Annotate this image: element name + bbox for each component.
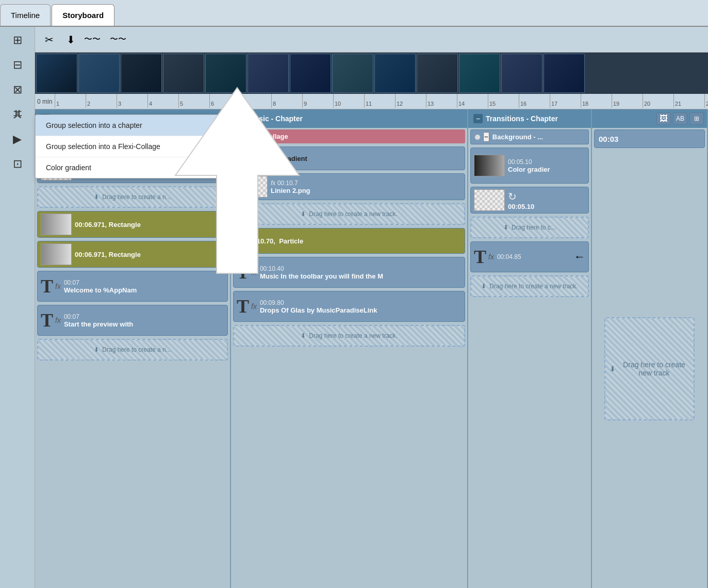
tab-timeline[interactable]: Timeline [0,4,51,26]
ruler-mark-3: 3 [117,94,147,108]
drag-label-trans-1: Drag here to c... [512,224,556,231]
storyboard-thumb-5[interactable] [205,54,246,93]
main-area: ✂ ⬇ 〜〜 〜〜 [35,27,708,588]
track-transitions-img[interactable]: ↻ 00:05.10 [470,187,589,214]
t-icon-music1: T [237,262,249,283]
sidebar-icon-grid[interactable]: ⊞ [6,29,29,52]
storyboard-thumb-8[interactable] [332,54,373,93]
track-transitions-img-fx: ↻ [508,190,585,203]
ruler-mark-17: 17 [550,94,581,108]
storyboard-thumb-9[interactable] [374,54,416,93]
chapter-music-collapse[interactable]: − [236,114,245,123]
ruler-mark-1: 1 [55,94,86,108]
ruler-mark-22: 22 [704,94,708,108]
context-menu-item-flexi[interactable]: Group selection into a Flexi-Collage [36,136,220,157]
context-menu-item-color[interactable]: Color gradient [36,157,220,178]
sidebar-icon-bottom-grid[interactable]: ⊡ [6,153,29,175]
down-arrow-icon[interactable]: ⬇ [61,30,80,50]
track-text-welcome1[interactable]: T fx 00:07 Welcome to %AppNam [37,271,228,302]
storyboard-thumb-11[interactable] [459,54,500,93]
track-linien2-info: fx 00:10.7 Linien 2.png [271,179,462,194]
t-icon-music2: T [237,296,249,317]
chapter-transitions-header: − Transitions - Chapter [468,109,591,128]
timeline-ruler: 0 min 1 2 3 4 5 6 7 8 9 10 11 12 13 14 1… [35,94,708,109]
storyboard-thumb-12[interactable] [501,54,542,93]
track-linien2-fx-time: fx 00:10.7 [271,179,462,187]
track-text-welcome2[interactable]: T fx 00:07 Start the preview with [37,305,228,336]
ruler-mark-19: 19 [612,94,643,108]
context-menu-item-flexi-label: Group selection into a Flexi-Collage [46,142,160,151]
ruler-mark-6: 6 [209,94,240,108]
sidebar-icon-minus-grid[interactable]: ⊟ [6,54,29,76]
drag-label-trans-2: Drag here to create a new track. [489,283,578,290]
ruler-mark-20: 20 [643,94,673,108]
storyboard-thumb-6[interactable] [248,54,289,93]
extra-header: 🖼 AB ⊞ [592,109,707,128]
drag-placeholder-music-2[interactable]: ⬇ Drag here to create a new track. [233,325,465,347]
extra-time-label: 00:03 [594,129,705,148]
flexi-collage-collapse[interactable]: − [237,132,243,141]
track-text-music1[interactable]: T fx 00:10.40 Music In the toolbar you w… [233,257,465,288]
track-text-welcome2-time: 00:07 [64,313,224,320]
fx-icon-music1: fx [251,268,257,276]
chapters-area: − Welcome - Chapter Color gradient fx 00… [35,109,708,588]
extra-icon-ab[interactable]: AB [673,112,687,125]
drag-down-icon-extra: ⬇ [610,365,616,373]
context-menu-item-color-label: Color gradient [46,164,91,172]
drag-placeholder-welcome-1[interactable]: ⬇ Drag here to create a n... [37,186,228,208]
drag-down-icon-trans-2: ⬇ [481,283,486,290]
extra-icon-img[interactable]: 🖼 [656,112,671,125]
storyboard-thumb-7[interactable] [290,54,331,93]
track-text-welcome1-name: Welcome to %AppNam [64,286,224,294]
drag-down-icon-music-2: ⬇ [301,332,306,339]
track-rect2-info: 00:06.971, Rectangle [75,251,224,258]
track-transitions-cg[interactable]: 00:05.10 Color gradier [470,148,589,184]
track-rect2-thumb [41,243,72,265]
scissors-icon[interactable]: ✂ [39,30,59,50]
ruler-mark-13: 13 [426,94,457,108]
sidebar-icon-box[interactable]: ⊠ [6,78,29,101]
drag-placeholder-music-1[interactable]: ⬇ Drag here to create a new track. [233,203,465,225]
wave-icon-1[interactable]: 〜〜 [83,30,102,50]
wave-icon-2[interactable]: 〜〜 [108,30,128,50]
ruler-mark-5: 5 [178,94,209,108]
extra-icon-expand[interactable]: ⊞ [689,112,704,125]
drag-placeholder-extra[interactable]: ⬇ Drag here to create new track [604,317,695,420]
extra-header-icons: 🖼 AB ⊞ [656,112,704,125]
track-particle-info: 00:10.70, Particle [247,237,462,245]
ruler-mark-7: 7 [240,94,271,108]
track-linien2-png[interactable]: fx 00:10.7 Linien 2.png [233,173,465,200]
track-rect1-thumb [41,214,72,235]
track-rect1-info: 00:06.971, Rectangle [75,221,224,228]
track-linien2-name: Linien 2.png [271,187,462,194]
track-rectangle-1[interactable]: 00:06.971, Rectangle [37,211,228,238]
drag-placeholder-transitions-2[interactable]: ⬇ Drag here to create a new track. [470,275,589,297]
storyboard-thumb-3[interactable] [121,54,162,93]
storyboard-thumb-10[interactable] [417,54,458,93]
track-text-music2[interactable]: T fx 00:09.80 Drops Of Glas by MusicPara… [233,291,465,322]
storyboard-thumb-13[interactable] [544,54,585,93]
sidebar-icon-play[interactable]: ▶ [6,128,29,151]
sidebar-icon-fx[interactable]: 其 [6,103,29,126]
track-text-welcome2-name: Start the preview with [64,320,224,328]
drag-placeholder-transitions-1[interactable]: ⬇ Drag here to c... [470,217,589,238]
drag-down-icon-2: ⬇ [94,346,99,353]
ruler-mark-21: 21 [673,94,704,108]
storyboard-thumb-4[interactable] [163,54,204,93]
context-menu-item-chapter[interactable]: Group selection into a chapter [36,115,220,136]
storyboard-thumb-1[interactable] [36,54,77,93]
track-particle[interactable]: ⁄⁄⁄ 00:10.70, Particle [233,228,465,254]
fx-icon-music2: fx [251,302,257,311]
tab-storyboard[interactable]: Storyboard [52,4,114,26]
background-collapse[interactable]: − [483,132,489,142]
track-color-gradient-music[interactable]: Color gradient [233,146,465,170]
track-transitions-text[interactable]: T fx 00:04.85 ← [470,241,589,272]
t-icon-transitions: T [474,246,486,268]
background-header: − Background - ... [470,129,589,144]
track-text-music2-info: 00:09.80 Drops Of Glas by MusicParadiseL… [260,299,462,314]
chapter-music: − Music - Chapter − Flexi-Collage Color … [231,109,468,588]
chapter-transitions-collapse[interactable]: − [473,114,483,123]
track-rectangle-2[interactable]: 00:06.971, Rectangle [37,241,228,268]
drag-placeholder-welcome-2[interactable]: ⬇ Drag here to create a n... [37,339,228,361]
storyboard-thumb-2[interactable] [78,54,120,93]
